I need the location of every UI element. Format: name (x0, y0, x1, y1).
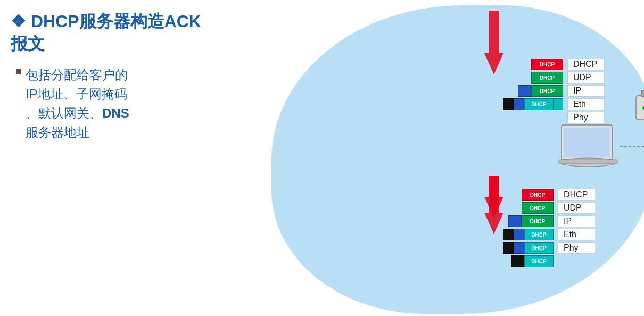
label-udp-bottom: UDP (558, 202, 595, 214)
svg-marker-19 (484, 176, 503, 234)
right-panel: DHCP DHCP DHCP DHCP DHCP (229, 0, 644, 316)
label-ip-top: IP (567, 85, 605, 97)
label-dhcp-bottom: DHCP (558, 189, 595, 201)
block-black-b5 (503, 242, 514, 254)
left-panel: ❖ DHCP服务器构造ACK报文 包括分配给客户的IP地址、子网掩码、默认网关、… (11, 11, 213, 142)
block-blue-b5 (514, 242, 524, 254)
block-teal-4: DHCP (524, 98, 554, 110)
bottom-stack-blocks: DHCP DHCP DHCP DHCP DHCP (503, 189, 554, 267)
arrow-up-top (484, 11, 503, 77)
top-stack-blocks: DHCP DHCP DHCP DHCP (503, 59, 563, 123)
phy-spacer-top (503, 112, 563, 123)
block-dhcp-2: DHCP (531, 72, 563, 84)
svg-rect-7 (641, 90, 644, 97)
label-eth-bottom: Eth (558, 229, 595, 240)
svg-rect-3 (564, 128, 609, 157)
bottom-stack-container: DHCP DHCP DHCP DHCP DHCP (503, 189, 595, 267)
block-black-4 (503, 98, 514, 110)
top-stack-labels: DHCP UDP IP Eth Phy (567, 59, 605, 123)
block-teal-b6: DHCP (524, 255, 554, 267)
svg-rect-5 (559, 160, 617, 164)
laptop (554, 122, 623, 178)
block-dhcp-b1: DHCP (522, 189, 554, 201)
block-dhcp-b2: DHCP (522, 202, 554, 214)
arrow-down-indicator (484, 176, 503, 236)
label-phy-bottom: Phy (558, 242, 595, 254)
label-eth-top: Eth (567, 98, 605, 110)
label-dhcp-top: DHCP (567, 59, 605, 70)
bullet-marker (16, 69, 21, 74)
label-phy-top: Phy (567, 112, 605, 123)
block-blue-b4 (514, 229, 524, 240)
block-dhcp-1: DHCP (531, 59, 563, 70)
spotlight-beam (633, 202, 644, 257)
label-ip-bottom: IP (558, 215, 595, 227)
diamond-icon: ❖ (11, 12, 31, 31)
block-blue-3 (518, 85, 531, 97)
svg-marker-31 (633, 207, 644, 250)
block-black-b4 (503, 229, 514, 240)
bullet-text: 包括分配给客户的IP地址、子网掩码、默认网关、DNS服务器地址 (26, 65, 129, 142)
label-udp-top: UDP (567, 72, 605, 84)
block-teal-b4: DHCP (524, 229, 554, 240)
block-dhcp-b3: DHCP (522, 215, 554, 227)
top-stack-container: DHCP DHCP DHCP DHCP DHCP (503, 59, 605, 123)
block-teal-b5: DHCP (524, 242, 554, 254)
block-teal-4b (554, 98, 563, 110)
block-black-b6 (511, 255, 524, 267)
bottom-stack-labels: DHCP UDP IP Eth Phy (558, 189, 595, 267)
connection-line-top (620, 141, 644, 154)
switch-router-top (633, 85, 644, 135)
label-empty-bottom (558, 255, 595, 267)
block-dhcp-3: DHCP (531, 85, 563, 97)
svg-marker-1 (484, 11, 503, 74)
block-blue-4 (514, 98, 524, 110)
bullet-item: 包括分配给客户的IP地址、子网掩码、默认网关、DNS服务器地址 (16, 65, 213, 142)
block-blue-b3 (508, 215, 522, 227)
page-title: ❖ DHCP服务器构造ACK报文 (11, 11, 213, 55)
